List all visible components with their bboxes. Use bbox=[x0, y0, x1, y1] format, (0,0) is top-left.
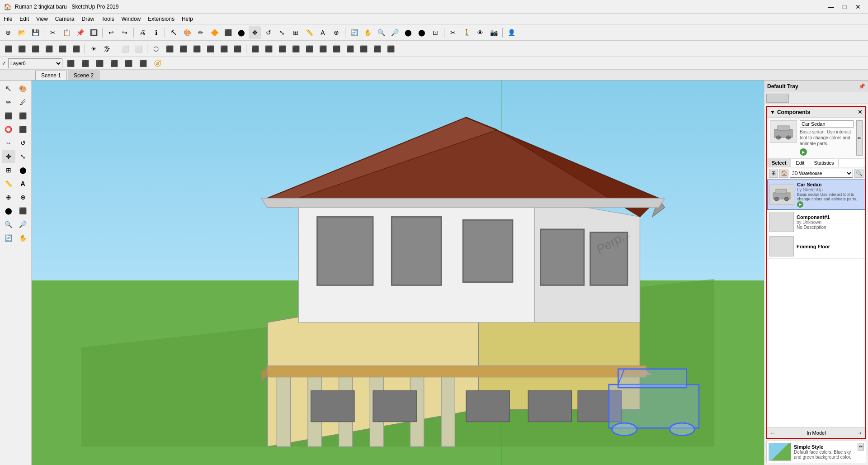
zoom-tool-left[interactable]: 🔍 bbox=[2, 218, 15, 231]
comp-edit-button[interactable]: ✏ bbox=[856, 120, 863, 156]
arc-tool[interactable]: 🔶 bbox=[208, 26, 221, 39]
comp-search-button[interactable]: 🔍 bbox=[854, 169, 863, 178]
sandbox-tools-4[interactable]: ⬛ bbox=[330, 43, 343, 55]
delete-layer-button[interactable]: ⬛ bbox=[79, 57, 91, 70]
large-icons-button[interactable]: ⬛ bbox=[108, 57, 120, 70]
xray-button[interactable]: ⬛ bbox=[2, 43, 14, 55]
minimize-button[interactable]: — bbox=[825, 0, 837, 13]
next-view-button[interactable]: ⬤ bbox=[415, 26, 428, 39]
small-icons-button[interactable]: ⬛ bbox=[122, 57, 135, 70]
tape-tool-left[interactable]: 📏 bbox=[2, 177, 15, 190]
wireframe-button[interactable]: ⬛ bbox=[15, 43, 28, 55]
advanced-camera-tools-1[interactable]: ⬛ bbox=[344, 43, 356, 55]
shaded-texture-button[interactable]: ⬛ bbox=[56, 43, 69, 55]
menu-item-camera[interactable]: Camera bbox=[52, 15, 78, 23]
comp-play-button[interactable]: ▶ bbox=[800, 148, 807, 156]
prev-view-button[interactable]: ⬤ bbox=[402, 26, 415, 39]
comp-item-component1[interactable]: Component#1 by Unknown No Description bbox=[767, 210, 865, 234]
3d-text-tool-left[interactable]: ⊕ bbox=[16, 191, 30, 204]
comp-item-car-sedan-play[interactable]: ▶ bbox=[797, 201, 803, 208]
rotate-tool[interactable]: ↺ bbox=[262, 26, 275, 39]
follow-tool-left[interactable]: ⬤ bbox=[16, 164, 30, 176]
user-icon[interactable]: 👤 bbox=[505, 26, 518, 39]
axes-tool[interactable]: ⊕ bbox=[330, 26, 343, 39]
comp-close-button[interactable]: ✕ bbox=[858, 109, 863, 115]
shadows-button[interactable]: ☀ bbox=[87, 43, 100, 55]
select-tool-left[interactable]: ↖ bbox=[2, 82, 15, 95]
large-icons-2-button[interactable]: ⬛ bbox=[137, 57, 149, 70]
advanced-camera-tools-2[interactable]: ⬛ bbox=[357, 43, 370, 55]
model-info-button[interactable]: ℹ bbox=[150, 26, 162, 39]
paint-tool[interactable]: 🎨 bbox=[181, 26, 193, 39]
menu-item-tools[interactable]: Tools bbox=[98, 15, 118, 23]
walk-button[interactable]: 🚶 bbox=[460, 26, 473, 39]
zoom-tool[interactable]: 🔍 bbox=[375, 26, 387, 39]
layer-details-button[interactable]: ⬛ bbox=[93, 57, 106, 70]
menu-item-file[interactable]: File bbox=[0, 15, 16, 23]
sandbox-tools-2[interactable]: ⬛ bbox=[303, 43, 316, 55]
orbit-tool[interactable]: 🔄 bbox=[348, 26, 360, 39]
comp-source-select[interactable]: 3D Warehouse bbox=[790, 169, 853, 178]
poly-tool-left[interactable]: ⬛ bbox=[16, 123, 30, 136]
move-tool[interactable]: ✥ bbox=[249, 26, 261, 39]
monochrome-button[interactable]: ⬛ bbox=[70, 43, 82, 55]
scale-tool[interactable]: ⤡ bbox=[276, 26, 288, 39]
comp-item-car-sedan[interactable]: Car Sedan by SketchUp Basic sedan Use in… bbox=[767, 180, 865, 210]
iso-view-button[interactable]: ⬡ bbox=[150, 43, 162, 55]
styles-edit-button[interactable]: ✏ bbox=[858, 443, 864, 451]
push-pull-tool-left[interactable]: ↔ bbox=[2, 137, 15, 149]
comp-tab-select[interactable]: Select bbox=[767, 159, 791, 167]
top-view-button[interactable]: ⬛ bbox=[163, 43, 176, 55]
paint-tool-left[interactable]: 🎨 bbox=[16, 82, 30, 95]
erase-button[interactable]: 🔲 bbox=[87, 26, 100, 39]
rotate-tool-left[interactable]: ↺ bbox=[16, 137, 30, 149]
bottom-view-button[interactable]: ⬛ bbox=[231, 43, 244, 55]
comp-footer-nav[interactable]: ← bbox=[770, 429, 776, 437]
zoom-window-tool-left[interactable]: 🔎 bbox=[16, 218, 30, 231]
arc-tool-left[interactable]: ⭕ bbox=[2, 123, 15, 136]
pan-tool[interactable]: ✋ bbox=[361, 26, 374, 39]
comp-name-input[interactable] bbox=[800, 120, 854, 128]
orbit-tool-left[interactable]: 🔄 bbox=[2, 232, 15, 244]
maximize-button[interactable]: □ bbox=[838, 0, 851, 13]
titlebar-controls[interactable]: — □ ✕ bbox=[825, 0, 864, 13]
menu-item-edit[interactable]: Edit bbox=[16, 15, 33, 23]
section-plane-button[interactable]: ✂ bbox=[447, 26, 459, 39]
sandbox-tools-3[interactable]: ⬛ bbox=[316, 43, 329, 55]
save-button[interactable]: 💾 bbox=[29, 26, 42, 39]
menu-item-view[interactable]: View bbox=[33, 15, 52, 23]
sandbox-from-contour-button[interactable]: ⬛ bbox=[289, 43, 302, 55]
tray-pin-button[interactable]: 📌 bbox=[859, 83, 865, 90]
circle-tool-left[interactable]: ⬛ bbox=[16, 109, 30, 122]
scene-tab-1[interactable]: Scene 1 bbox=[35, 71, 67, 80]
layer-select[interactable]: Layer0 bbox=[8, 58, 62, 68]
menu-item-help[interactable]: Help bbox=[178, 15, 197, 23]
section-cuts-button[interactable]: ⬜ bbox=[132, 43, 145, 55]
tape-tool[interactable]: 📏 bbox=[303, 26, 316, 39]
new-button[interactable]: ⊕ bbox=[2, 26, 14, 39]
comp-tab-statistics[interactable]: Statistics bbox=[809, 159, 839, 167]
offset-tool[interactable]: ⊞ bbox=[289, 26, 302, 39]
interact-tool-left[interactable]: ⬛ bbox=[16, 204, 30, 217]
advanced-camera-tools-4[interactable]: ⬛ bbox=[384, 43, 397, 55]
comp-item-framing-floor[interactable]: Framing Floor bbox=[767, 234, 865, 259]
viewport[interactable]: Perp... bbox=[32, 81, 764, 465]
dimension-tool-left[interactable]: ⊕ bbox=[2, 191, 15, 204]
right-view-button[interactable]: ⬛ bbox=[190, 43, 203, 55]
offset-tool-left[interactable]: ⊞ bbox=[2, 164, 15, 176]
position-camera-button[interactable]: 📷 bbox=[487, 26, 500, 39]
comp-grid-view-button[interactable]: ⊞ bbox=[769, 169, 778, 178]
text-tool[interactable]: A bbox=[316, 26, 329, 39]
zoom-extents-button[interactable]: ⊡ bbox=[429, 26, 442, 39]
redo-button[interactable]: ↪ bbox=[118, 26, 131, 39]
menu-item-draw[interactable]: Draw bbox=[78, 15, 98, 23]
sandbox-from-scratch-button[interactable]: ⬛ bbox=[276, 43, 288, 55]
zoom-window-tool[interactable]: 🔎 bbox=[388, 26, 401, 39]
comp-nav-left[interactable]: ← bbox=[770, 429, 776, 437]
comp-tab-edit[interactable]: Edit bbox=[791, 159, 809, 167]
rect-tool-left[interactable]: ⬛ bbox=[2, 109, 15, 122]
back-view-button[interactable]: ⬛ bbox=[204, 43, 217, 55]
sandbox-contour-button[interactable]: ⬛ bbox=[262, 43, 275, 55]
section-planes-button[interactable]: ⬜ bbox=[118, 43, 131, 55]
shape-tool[interactable]: ⬛ bbox=[222, 26, 234, 39]
